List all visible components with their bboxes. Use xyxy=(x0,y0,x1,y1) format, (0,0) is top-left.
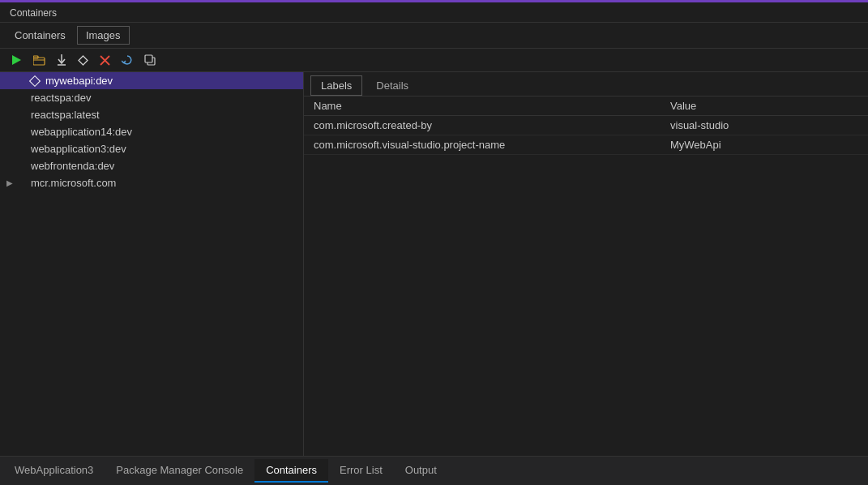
refresh-button[interactable] xyxy=(118,52,137,68)
row-value: visual-studio xyxy=(670,119,858,131)
right-tabs: Labels Details xyxy=(304,72,868,97)
bottom-tab-containers[interactable]: Containers xyxy=(254,459,328,483)
top-nav: Containers Images xyxy=(0,23,868,49)
split-pane: mywebapi:dev reactspa:dev reactspa:lates… xyxy=(0,72,868,456)
tree-item-reactspa-latest[interactable]: reactspa:latest xyxy=(0,106,303,123)
tree-item-label: reactspa:latest xyxy=(31,109,100,121)
open-folder-button[interactable] xyxy=(29,53,49,68)
table-row[interactable]: com.microsoft.visual-studio.project-name… xyxy=(304,135,868,155)
left-panel: mywebapi:dev reactspa:dev reactspa:lates… xyxy=(0,72,304,456)
row-name: com.microsoft.visual-studio.project-name xyxy=(314,139,670,151)
tree-item-label: reactspa:dev xyxy=(31,92,91,104)
svg-marker-0 xyxy=(12,55,21,65)
col-name-header: Name xyxy=(314,100,670,112)
tree-item-label: webfrontenda:dev xyxy=(31,160,114,172)
copy-button[interactable] xyxy=(140,52,160,68)
table-row[interactable]: com.microsoft.created-by visual-studio xyxy=(304,116,868,135)
svg-marker-6 xyxy=(79,56,88,65)
bottom-tab-package-manager[interactable]: Package Manager Console xyxy=(105,459,254,483)
bottom-tabs: WebApplication3 Package Manager Console … xyxy=(0,456,868,485)
containers-title: Containers xyxy=(10,7,57,19)
tag-button[interactable] xyxy=(74,53,92,68)
tree-item-mcr[interactable]: ▶ mcr.microsoft.com xyxy=(0,174,303,191)
col-value-header: Value xyxy=(670,100,858,112)
tree-item-label: mywebapi:dev xyxy=(45,75,113,87)
tab-details[interactable]: Details xyxy=(366,75,419,96)
tree-item-label: mcr.microsoft.com xyxy=(31,177,116,189)
tab-images[interactable]: Images xyxy=(77,26,130,45)
toolbar xyxy=(0,49,868,72)
pull-button[interactable] xyxy=(53,52,71,68)
table-header: Name Value xyxy=(304,97,868,116)
tree-item-label: webapplication14:dev xyxy=(31,126,132,138)
tab-containers[interactable]: Containers xyxy=(6,27,74,44)
tree-item-reactspa-dev[interactable]: reactspa:dev xyxy=(0,89,303,106)
row-value: MyWebApi xyxy=(670,139,858,151)
right-panel: Labels Details Name Value com.microsoft.… xyxy=(304,72,868,456)
containers-header: Containers xyxy=(0,2,868,23)
row-name: com.microsoft.created-by xyxy=(314,119,670,131)
remove-button[interactable] xyxy=(96,53,114,68)
tree-item-webapplication14[interactable]: webapplication14:dev xyxy=(0,123,303,140)
tree-item-label: webapplication3:dev xyxy=(31,143,126,155)
bottom-tab-output[interactable]: Output xyxy=(394,459,448,483)
bottom-tab-error-list[interactable]: Error List xyxy=(328,459,394,483)
table-area: Name Value com.microsoft.created-by visu… xyxy=(304,97,868,456)
bottom-tab-webapplication3[interactable]: WebApplication3 xyxy=(3,459,105,483)
tree-item-webapplication3[interactable]: webapplication3:dev xyxy=(0,140,303,157)
tree-item-mywebapi[interactable]: mywebapi:dev xyxy=(0,72,303,89)
main-content: Containers Containers Images xyxy=(0,2,868,456)
run-button[interactable] xyxy=(6,52,26,68)
svg-rect-10 xyxy=(145,55,152,62)
tab-labels[interactable]: Labels xyxy=(310,75,362,96)
tree-item-webfrontenda[interactable]: webfrontenda:dev xyxy=(0,157,303,174)
